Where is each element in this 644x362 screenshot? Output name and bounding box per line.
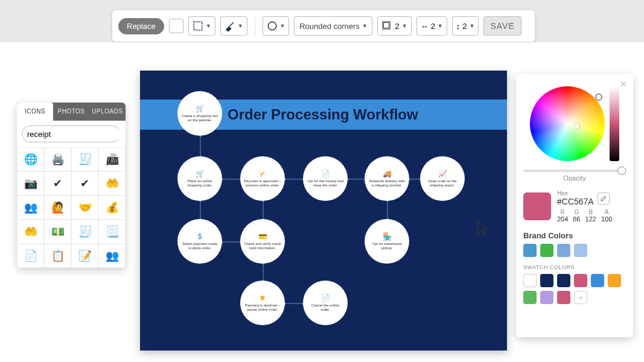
brand-swatches [523, 244, 626, 257]
color-swatch[interactable] [540, 291, 553, 304]
width-dropdown[interactable]: ↔ 2 ▼ [416, 16, 447, 36]
icon-cell[interactable]: 📄 [17, 244, 44, 268]
fill-swatch[interactable] [169, 19, 183, 33]
workflow-node[interactable]: ✔Payment is approved – process online or… [240, 156, 285, 201]
node-text: Schedule delivery with a shipping number… [368, 179, 406, 188]
color-swatch[interactable] [608, 274, 621, 287]
connector [200, 201, 201, 219]
eyedropper-button[interactable] [598, 192, 610, 205]
brand-swatch[interactable] [574, 244, 587, 257]
corners-label: Rounded corners [299, 22, 360, 31]
swatch-colors-row: + [523, 274, 626, 304]
icon-cell[interactable]: 🖨️ [44, 147, 71, 171]
hex-value[interactable]: #CC567A [557, 197, 594, 206]
current-color-swatch [523, 192, 551, 220]
workflow-node[interactable]: 📄Opt for the invoice and close the order… [303, 156, 348, 201]
workflow-node[interactable]: ✖Payment is declined – pause online orde… [240, 281, 285, 325]
search-box [22, 125, 121, 142]
node-icon: ✔ [260, 170, 266, 178]
brand-swatch[interactable] [523, 244, 537, 257]
icon-cell[interactable]: ✔ [44, 171, 71, 195]
color-swatch[interactable] [557, 291, 570, 304]
color-swatch[interactable] [540, 274, 553, 287]
tab-photos[interactable]: PHOTOS [53, 103, 89, 121]
icon-cell[interactable]: 💵 [44, 220, 71, 244]
icon-cell[interactable]: 🧾 [71, 220, 98, 244]
tab-icons[interactable]: ICONS [17, 103, 53, 121]
chevron-down-icon: ▼ [206, 23, 211, 29]
border-dropdown[interactable]: 2 ▼ [377, 16, 411, 36]
opacity-slider[interactable] [523, 170, 626, 172]
save-button[interactable]: SAVE [483, 16, 521, 36]
brand-colors-label: Brand Colors [523, 231, 626, 240]
icon-cell[interactable]: 🤝 [71, 195, 98, 220]
color-swatch[interactable] [523, 291, 537, 304]
node-icon: 📄 [321, 294, 330, 302]
lightness-slider[interactable] [610, 86, 619, 161]
icon-cell[interactable]: 📝 [71, 244, 98, 268]
crop-dropdown[interactable]: ▼ [188, 16, 215, 36]
width-icon: ↔ [421, 22, 429, 31]
tab-uploads[interactable]: UPLOADS [89, 103, 126, 121]
workflow-node[interactable]: 🚚Schedule delivery with a shipping numbe… [365, 156, 409, 201]
node-text: Payment is declined – pause online order… [244, 303, 281, 312]
icon-cell[interactable]: 🤲 [98, 171, 126, 195]
brand-swatch[interactable] [557, 244, 570, 257]
icon-cell[interactable]: 📃 [98, 220, 126, 244]
color-swatch[interactable] [523, 274, 537, 287]
hex-label: Hex [557, 190, 594, 197]
wheel-handle-outer[interactable] [595, 94, 602, 101]
replace-button[interactable]: Replace [118, 18, 164, 34]
icon-cell[interactable]: 📋 [44, 244, 71, 268]
workflow-node[interactable]: 📄Cancel the online order. [303, 281, 348, 325]
icon-cell[interactable]: 🧾 [71, 147, 98, 171]
icon-cell[interactable]: 📠 [98, 147, 126, 171]
shape-dropdown[interactable]: ▼ [263, 16, 290, 36]
a-value: 100 [601, 215, 612, 223]
brush-dropdown[interactable]: ▼ [220, 16, 247, 36]
icon-cell[interactable]: 🙋 [44, 195, 71, 220]
node-icon: 🛒 [196, 104, 205, 113]
icon-cell[interactable]: 👥 [98, 244, 126, 268]
corners-dropdown[interactable]: Rounded corners ▼ [294, 16, 372, 36]
chevron-down-icon: ▼ [438, 23, 443, 29]
brand-swatch[interactable] [540, 244, 553, 257]
height-dropdown[interactable]: ↕ 2 ▼ [452, 16, 479, 36]
svg-rect-0 [194, 22, 202, 30]
search-input[interactable] [27, 130, 126, 139]
icon-cell[interactable]: 🤲 [17, 220, 44, 244]
crop-icon [193, 21, 203, 31]
icon-cell[interactable]: 🌐 [17, 147, 44, 171]
workflow-node[interactable]: 💳Check and verify credit card informatio… [240, 219, 285, 264]
connector [409, 179, 420, 180]
add-swatch-button[interactable]: + [574, 291, 587, 304]
color-swatch[interactable] [574, 274, 587, 287]
icon-cell[interactable]: ✔ [71, 171, 98, 195]
workflow-node[interactable]: $Select payment mode to place order. [177, 219, 222, 264]
workflow-node[interactable]: 📈Keep a tab on the shipping report. [420, 156, 465, 201]
circle-icon [267, 21, 278, 31]
icon-cell[interactable]: 👥 [17, 195, 44, 220]
height-value: 2 [462, 22, 467, 31]
workflow-node[interactable]: 🏪Opt for warehouse pickup. [365, 219, 409, 264]
workflow-node[interactable]: 🛒Place an online shopping order. [177, 156, 222, 201]
node-icon: 🏪 [383, 232, 392, 241]
workflow-node[interactable]: 🛒Create a shopping cart on the website. [177, 91, 222, 136]
icon-cell[interactable]: 📷 [17, 171, 44, 195]
svg-point-1 [268, 22, 276, 30]
color-wheel[interactable] [530, 86, 605, 161]
wheel-handle[interactable] [573, 122, 581, 130]
icon-cell[interactable]: 💰 [98, 195, 126, 220]
border-value: 2 [395, 22, 399, 31]
node-text: Payment is approved – process online ord… [244, 179, 281, 188]
color-wheel-wrap [523, 86, 626, 161]
canvas[interactable]: Order Processing Workflow 🛒Create a shop… [140, 71, 507, 351]
color-swatch[interactable] [557, 274, 570, 287]
node-text: Opt for warehouse pickup. [368, 242, 406, 250]
color-swatch[interactable] [591, 274, 604, 287]
close-icon[interactable]: ✕ [620, 79, 627, 89]
toolbar: Replace ▼ ▼ ▼ Rounded corners ▼ 2 ▼ ↔ 2 … [112, 10, 535, 42]
node-icon: ✖ [260, 294, 266, 302]
opacity-thumb[interactable] [617, 167, 626, 175]
divider [255, 17, 255, 35]
